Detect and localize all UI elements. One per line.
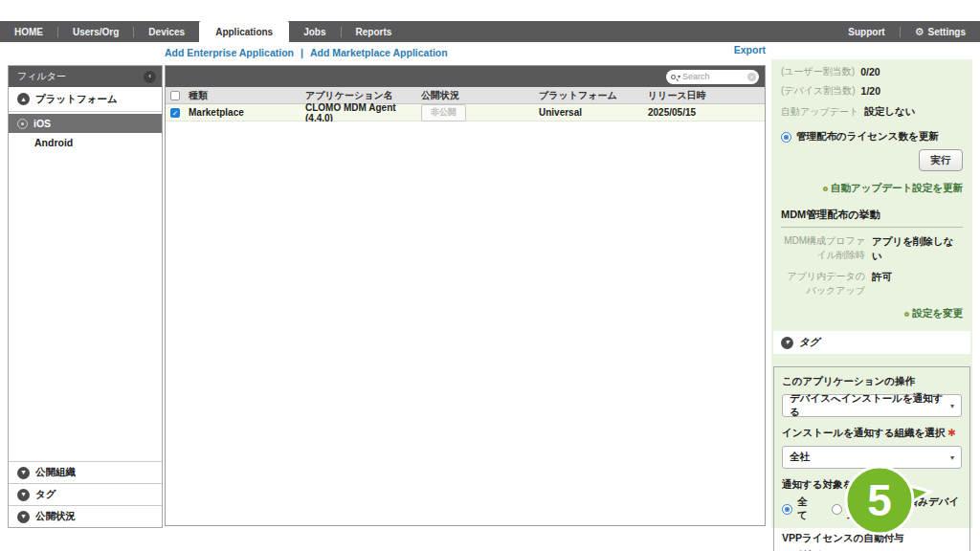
sidebar-section-public-org[interactable]: ▾ 公開組織 <box>9 461 162 483</box>
org-select-label-row: インストールを通知する組織を選択✱ <box>782 427 962 440</box>
chevron-down-circle-icon: ▾ <box>17 511 30 523</box>
sidebar-spacer <box>9 152 162 461</box>
vpp-label: VPPライセンスの自動付与 <box>782 532 962 545</box>
add-enterprise-application-link[interactable]: Add Enterprise Application <box>165 47 294 58</box>
application-operation-box: このアプリケーションの操作 デバイスへインストールを通知する ▾ インストールを… <box>773 366 970 551</box>
sidebar-item-android[interactable]: Android <box>9 133 162 152</box>
operation-select[interactable]: デバイスへインストールを通知する ▾ <box>782 394 962 417</box>
radio-selected-icon[interactable] <box>782 504 792 515</box>
sidebar-item-ios-selected[interactable]: iOS <box>9 114 162 133</box>
col-header-platform[interactable]: プラットフォーム <box>539 89 648 102</box>
public-org-label: 公開組織 <box>35 466 76 479</box>
chevron-down-circle-icon: ▾ <box>781 337 793 349</box>
add-marketplace-application-link[interactable]: Add Marketplace Application <box>310 47 448 58</box>
sidebar-section-public-status[interactable]: ▾ 公開状況 <box>9 505 162 527</box>
status-badge-unpublished: 非公開 <box>421 104 466 121</box>
cell-release-date: 2025/05/15 <box>648 107 765 118</box>
sidebar-section-tags[interactable]: ▾ タグ <box>9 483 162 505</box>
selected-radio-icon <box>17 119 28 129</box>
application-actions-bar: Add Enterprise Application | Add Marketp… <box>165 44 766 61</box>
search-input[interactable] <box>682 72 746 81</box>
bullet-ring-icon <box>904 312 909 317</box>
profile-delete-value: アプリを削除しない <box>872 234 963 263</box>
nav-item-jobs[interactable]: Jobs <box>289 21 340 42</box>
nav-tab-applications-active[interactable]: Applications <box>199 21 289 42</box>
sidebar-section-platform[interactable]: ▴ プラットフォーム <box>9 87 162 112</box>
change-settings-link[interactable]: 設定を変更 <box>904 307 963 320</box>
profile-delete-row: MDM構成プロファイル削除時 アプリを削除しない <box>771 234 972 263</box>
target-option-all-label: 全て <box>797 496 816 522</box>
table-empty-area <box>166 121 765 525</box>
search-scope-chevron-icon[interactable]: ▾ <box>678 74 680 79</box>
cell-platform: Universal <box>539 107 648 118</box>
backup-value: 許可 <box>872 270 892 298</box>
filter-sidebar: フィルター ‹ ▴ プラットフォーム iOS Android ▾ 公開組織 ▾ … <box>8 65 163 528</box>
required-mark: ✱ <box>947 427 956 438</box>
nav-item-devices[interactable]: Devices <box>134 21 199 42</box>
export-link[interactable]: Export <box>734 44 766 55</box>
table-toolbar: ▾ × <box>166 66 765 87</box>
filter-header: フィルター ‹ <box>9 66 162 87</box>
org-select-label: インストールを通知する組織を選択 <box>782 427 945 438</box>
col-header-status[interactable]: 公開状況 <box>421 89 539 102</box>
search-box[interactable]: ▾ × <box>666 70 759 84</box>
col-header-type[interactable]: 種類 <box>189 89 305 102</box>
table-header-row: 種類 アプリケーション名 公開状況 プラットフォーム リリース日時 <box>166 87 765 104</box>
bullet-ring-icon <box>823 187 828 191</box>
col-header-release[interactable]: リリース日時 <box>648 89 765 102</box>
autoupdate-link-row: 自動アップデート設定を更新 <box>771 182 972 195</box>
target-option-installed-label: インストール済みデバイス <box>847 496 962 522</box>
nav-item-support[interactable]: Support <box>834 21 899 42</box>
user-quota-label: (ユーザー割当数) <box>781 65 855 78</box>
device-quota-value: 1/20 <box>861 85 880 97</box>
device-quota-row: (デバイス割当数) 1/20 <box>771 80 972 101</box>
col-header-app-name[interactable]: アプリケーション名 <box>305 89 421 102</box>
public-status-label: 公開状況 <box>35 510 76 523</box>
app-window: HOME Users/Org Devices Applications Jobs… <box>0 0 980 551</box>
select-all-checkbox[interactable] <box>170 91 180 100</box>
autoupdate-settings-link[interactable]: 自動アップデート設定を更新 <box>823 182 963 195</box>
platform-android-label: Android <box>34 137 73 148</box>
search-icon <box>671 75 676 79</box>
org-select-value: 全社 <box>790 451 810 464</box>
tags-label: タグ <box>35 488 56 501</box>
autoupdate-value: 設定しない <box>864 105 915 119</box>
autoupdate-label: 自動アップデート <box>781 105 858 119</box>
license-update-label: 管理配布のライセンス数を更新 <box>796 130 939 143</box>
chevron-down-icon: ▾ <box>950 453 954 462</box>
mdm-section-title: MDM管理配布の挙動 <box>771 208 972 222</box>
top-nav: HOME Users/Org Devices Applications Jobs… <box>0 21 980 42</box>
tag-section-bar[interactable]: ▾ タグ <box>773 331 970 354</box>
autoupdate-row: 自動アップデート 設定しない <box>771 101 972 122</box>
app-detail-panel: (ユーザー割当数) 0/20 (デバイス割当数) 1/20 自動アップデート 設… <box>771 59 972 528</box>
chevron-down-icon: ▾ <box>950 402 954 410</box>
user-quota-row: (ユーザー割当数) 0/20 <box>771 59 972 80</box>
application-table: ▾ × 種類 アプリケーション名 公開状況 プラットフォーム リリース日時 ✓ … <box>165 65 766 526</box>
chevron-up-circle-icon: ▴ <box>17 93 30 105</box>
operation-select-value: デバイスへインストールを通知する <box>790 392 950 419</box>
license-update-option[interactable]: 管理配布のライセンス数を更新 <box>771 130 972 143</box>
section-divider <box>781 227 963 228</box>
nav-item-settings[interactable]: ⚙ Settings <box>901 21 980 42</box>
user-quota-value: 0/20 <box>860 66 880 77</box>
settings-label: Settings <box>928 27 966 37</box>
nav-item-home[interactable]: HOME <box>0 21 57 42</box>
gear-icon: ⚙ <box>915 26 924 38</box>
platform-ios-label: iOS <box>33 118 51 129</box>
autoupdate-link-label: 自動アップデート設定を更新 <box>831 182 963 195</box>
run-license-update-button[interactable]: 実行 <box>919 149 963 171</box>
backup-label: アプリ内データのバックアップ <box>781 270 865 298</box>
radio-unselected-icon[interactable] <box>832 504 842 515</box>
profile-delete-label: MDM構成プロファイル削除時 <box>781 234 865 263</box>
nav-item-users-org[interactable]: Users/Org <box>58 21 133 42</box>
radio-selected-icon[interactable] <box>781 132 791 143</box>
org-select[interactable]: 全社 ▾ <box>782 446 962 469</box>
chevron-down-circle-icon: ▾ <box>17 489 30 501</box>
cell-app-name: CLOMO MDM Agent (4.4.0) <box>305 102 421 123</box>
nav-item-reports[interactable]: Reports <box>342 21 407 42</box>
search-clear-icon[interactable]: × <box>747 73 756 81</box>
row-checkbox-checked[interactable]: ✓ <box>170 108 180 118</box>
collapse-sidebar-icon[interactable]: ‹ <box>144 71 156 83</box>
operation-box-title: このアプリケーションの操作 <box>782 375 962 388</box>
table-row[interactable]: ✓ Marketplace CLOMO MDM Agent (4.4.0) 非公… <box>166 104 765 121</box>
